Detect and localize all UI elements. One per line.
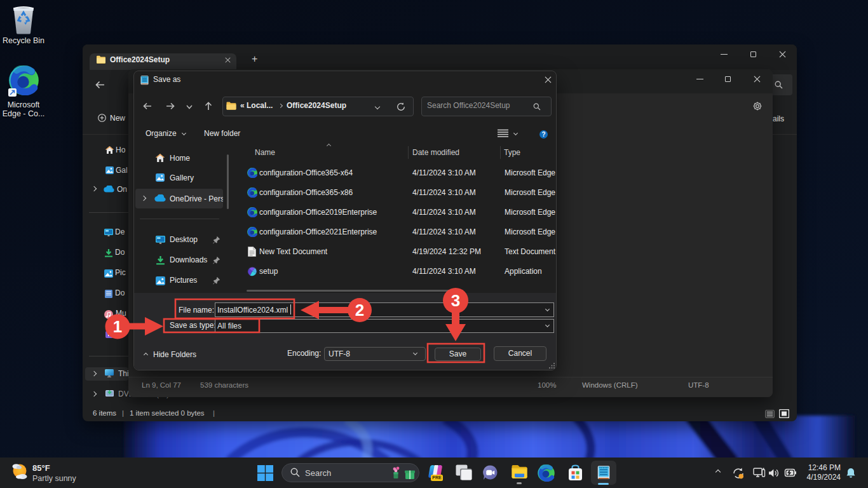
svg-text:3: 3 [451, 291, 460, 310]
svg-text:2: 2 [355, 301, 364, 320]
svg-text:1: 1 [113, 317, 122, 336]
